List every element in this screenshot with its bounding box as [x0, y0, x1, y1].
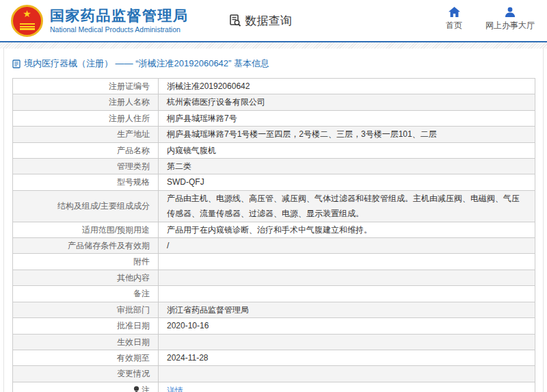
table-row: 注册人住所 桐庐县城瑶琳路7号 [13, 110, 535, 126]
row-label: 管理类别 [117, 159, 150, 174]
table-row: 产品储存条件及有效期 / [13, 238, 535, 254]
brand-block: 国家药品监督管理局 National Medical Products Admi… [50, 7, 189, 34]
table-row: 注册人名称 杭州索德医疗设备有限公司 [13, 94, 535, 110]
table-row: 其他内容 [13, 270, 535, 285]
row-label: 有效期至 [117, 350, 150, 365]
row-value: 浙江省药品监督管理局 [167, 305, 249, 315]
nav-service-hall-label: 网上办事大厅 [485, 20, 535, 31]
row-value: 产品用于在内窥镜诊断、治疗和手术中气腹建立和维持。 [167, 225, 372, 235]
nav-service-hall[interactable]: 网上办事大厅 [485, 7, 535, 31]
brand-title-en: National Medical Products Administration [50, 25, 189, 34]
row-label: 产品储存条件及有效期 [68, 238, 150, 253]
bulb-icon [133, 386, 139, 392]
row-value: 桐庐县城瑶琳路7号1号楼一至四层，2号楼二、三层，3号楼一层101、二层 [167, 129, 437, 139]
table-row: 生效日期 [13, 334, 535, 350]
row-label: 审批部门 [117, 302, 150, 317]
row-value: 第二类 [167, 161, 191, 171]
row-label: 生产地址 [117, 127, 150, 142]
row-label: 适用范围/预期用途 [82, 222, 150, 237]
row-label: 生效日期 [117, 335, 150, 350]
breadcrumb: 境内医疗器械（注册） —— “浙械注准20192060642” 基本信息 [4, 49, 543, 77]
header-nav: 首页 网上办事大厅 [446, 7, 535, 31]
row-label: 注 [142, 382, 150, 392]
table-row: 变更情况 [13, 366, 535, 382]
document-icon [12, 60, 21, 68]
person-icon [505, 7, 516, 17]
table-row: 结构及组成/主要组成成分 产品由主机、电源线、高压管、减压阀、气体过滤器和硅胶管… [13, 190, 535, 222]
row-label: 注册人住所 [109, 111, 150, 126]
row-value: 内窥镜气腹机 [167, 146, 216, 155]
content-panel: 境内医疗器械（注册） —— “浙械注准20192060642” 基本信息 注册证… [3, 49, 544, 392]
row-value: 杭州索德医疗设备有限公司 [167, 97, 265, 107]
nav-home[interactable]: 首页 [446, 7, 462, 31]
row-label: 注册人名称 [109, 94, 150, 109]
row-label: 其他内容 [117, 270, 150, 285]
table-row: 产品名称 内窥镜气腹机 [13, 142, 535, 158]
brand-title-cn: 国家药品监督管理局 [50, 7, 189, 25]
row-value: 浙械注准20192060642 [167, 81, 250, 91]
registration-info-table: 注册证编号 浙械注准20192060642 注册人名称 杭州索德医疗设备有限公司… [12, 78, 535, 392]
stripe-band [0, 42, 547, 49]
row-value: 2024-11-28 [167, 353, 209, 363]
row-label: 型号规格 [117, 174, 150, 190]
table-row: 批准日期 2020-10-16 [13, 318, 535, 334]
nav-home-label: 首页 [446, 20, 462, 31]
table-row: 型号规格 SWD-QFJ [13, 174, 535, 190]
row-value: / [167, 241, 169, 250]
table-row: 生产地址 桐庐县城瑶琳路7号1号楼一至四层，2号楼二、三层，3号楼一层101、二… [13, 127, 535, 142]
data-query-label: 数据查询 [245, 13, 292, 29]
row-label: 批准日期 [117, 318, 150, 333]
table-row: 审批部门 浙江省药品监督管理局 [13, 302, 535, 317]
detail-link[interactable]: 详情 [167, 386, 183, 392]
row-value: SWD-QFJ [167, 177, 204, 187]
table-row: 有效期至 2024-11-28 [13, 350, 535, 365]
nmpa-logo[interactable]: ★ 国家药品监督管理局 National Medical Products Ad… [11, 5, 189, 37]
document-search-icon [228, 14, 242, 27]
table-row: 管理类别 第二类 [13, 159, 535, 174]
row-label: 备注 [133, 286, 150, 301]
breadcrumb-text: 境内医疗器械（注册） —— “浙械注准20192060642” 基本信息 [24, 57, 269, 70]
row-label: 产品名称 [117, 143, 150, 158]
table-row: 备注 [13, 286, 535, 302]
row-label: 附件 [133, 254, 150, 269]
national-emblem-icon: ★ [11, 5, 43, 37]
row-value: 2020-10-16 [167, 321, 209, 330]
home-icon [449, 7, 460, 17]
row-label: 结构及组成/主要组成成分 [57, 198, 150, 213]
table-row: 注册证编号 浙械注准20192060642 [13, 79, 535, 94]
table-row: 适用范围/预期用途 产品用于在内窥镜诊断、治疗和手术中气腹建立和维持。 [13, 222, 535, 237]
header: ★ 国家药品监督管理局 National Medical Products Ad… [0, 0, 547, 42]
row-value: 桐庐县城瑶琳路7号 [167, 114, 237, 123]
row-label: 变更情况 [117, 366, 150, 381]
table-row: 附件 [13, 254, 535, 270]
row-label: 注册证编号 [109, 79, 150, 94]
data-query-title: 数据查询 [228, 13, 292, 29]
table-row: 注 详情 [13, 382, 535, 392]
row-value: 产品由主机、电源线、高压管、减压阀、气体过滤器和硅胶管组成。主机由减压阀、电磁阀… [167, 194, 520, 218]
